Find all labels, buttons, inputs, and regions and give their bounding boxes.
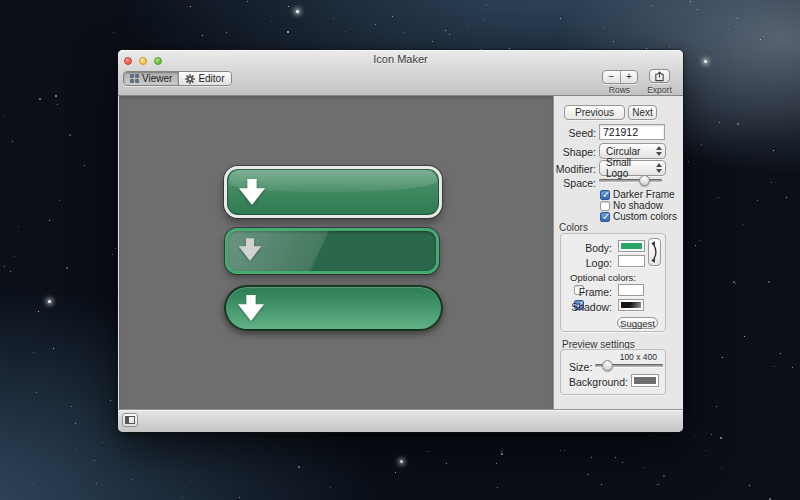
gear-icon [185, 74, 195, 84]
export-icon [654, 71, 665, 82]
icon-maker-window: Icon Maker Viewer [118, 50, 683, 432]
seed-input[interactable] [599, 124, 665, 140]
rows-increment-button[interactable]: + [620, 71, 637, 83]
export-label: Export [642, 85, 677, 95]
background-color-well[interactable] [631, 374, 659, 387]
logo-color-label: Logo: [586, 257, 612, 269]
window-title: Icon Maker [118, 53, 683, 65]
checkbox-label: Custom colors [613, 211, 677, 222]
viewer-canvas [119, 96, 553, 409]
checkbox-box [600, 212, 610, 222]
checkbox-box [600, 201, 610, 211]
icon-preview-row-1[interactable] [224, 166, 442, 218]
title-bar: Icon Maker Viewer [118, 50, 683, 96]
shadow-color-label: Shadow: [571, 301, 612, 313]
previous-button[interactable]: Previous [564, 105, 625, 120]
checkbox-label: No shadow [613, 200, 663, 211]
space-label: Space: [563, 177, 596, 189]
checkbox-label: Darker Frame [613, 189, 675, 200]
checkbox-box [600, 190, 610, 200]
body-color-label: Body: [585, 242, 612, 254]
rows-label: Rows [602, 85, 637, 95]
optional-colors-label: Optional colors: [570, 272, 636, 283]
down-arrow-icon [237, 237, 263, 262]
checkbox-custom-colors[interactable]: Custom colors [600, 211, 677, 222]
colors-group-title: Colors [559, 222, 588, 233]
size-slider[interactable] [595, 359, 663, 372]
tab-editor-label: Editor [198, 73, 224, 84]
shape-value: Circular [606, 146, 653, 157]
frame-color-label: Frame: [579, 286, 612, 298]
space-slider[interactable] [599, 174, 662, 187]
size-label: Size: [569, 361, 592, 373]
view-switcher: Viewer Editor [123, 71, 232, 86]
shadow-color-well[interactable] [618, 299, 644, 311]
colors-group: Body: Logo: Optional colors: [560, 233, 666, 332]
body-color-well[interactable] [618, 240, 645, 252]
chevron-up-down-icon [653, 146, 662, 156]
slider-thumb [602, 360, 613, 371]
background-label: Background: [569, 376, 628, 388]
grid-icon [130, 74, 139, 83]
wallpaper: Icon Maker Viewer [0, 0, 800, 500]
status-bar [118, 409, 683, 432]
shape-label: Shape: [563, 146, 596, 158]
checkbox-darker-frame[interactable]: Darker Frame [600, 189, 675, 200]
logo-color-well[interactable] [618, 255, 645, 267]
checkbox-no-shadow[interactable]: No shadow [600, 200, 663, 211]
rows-decrement-button[interactable]: − [603, 71, 620, 83]
export-icon-cell [650, 70, 669, 82]
slider-track [599, 179, 662, 182]
frame-color-well[interactable] [618, 284, 644, 296]
tab-editor[interactable]: Editor [178, 72, 230, 85]
icon-preview-row-3[interactable] [224, 285, 443, 331]
rows-stepper: − + [602, 70, 638, 84]
suggest-button[interactable]: Suggest [617, 317, 658, 329]
seed-label: Seed: [569, 127, 596, 139]
slider-thumb [639, 175, 650, 186]
swap-colors-button[interactable] [648, 238, 661, 266]
tab-viewer-label: Viewer [142, 73, 172, 84]
down-arrow-icon [236, 294, 266, 322]
tab-viewer[interactable]: Viewer [124, 72, 178, 85]
chevron-up-down-icon [653, 163, 662, 173]
icon-preview-row-2[interactable] [225, 228, 439, 274]
swap-arrow-icon [650, 240, 659, 264]
export-button[interactable] [649, 69, 670, 83]
sidebar-toggle-icon [125, 416, 135, 424]
sidebar: Previous Next Seed: Shape: Circular Modi… [553, 96, 682, 409]
sidebar-toggle-button[interactable] [122, 413, 138, 427]
next-button[interactable]: Next [628, 105, 657, 120]
modifier-label: Modifier: [556, 163, 596, 175]
preview-group: 100 x 400 Size: Background: [560, 349, 666, 395]
down-arrow-icon [237, 178, 267, 206]
